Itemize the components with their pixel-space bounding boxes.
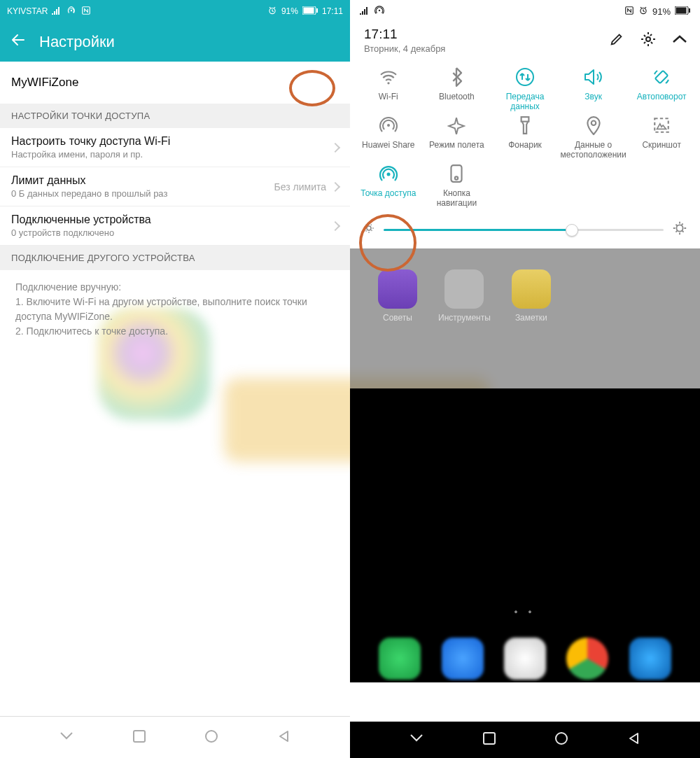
svg-point-0 xyxy=(71,9,72,10)
sound-icon xyxy=(583,66,604,87)
svg-point-16 xyxy=(517,69,533,85)
highlight-circle-hotspot xyxy=(359,214,416,272)
location-icon xyxy=(583,115,604,136)
qs-airplane[interactable]: Режим полета xyxy=(423,115,491,160)
qs-rotate[interactable]: Автоповорот xyxy=(627,66,696,112)
connected-devices-item[interactable]: Подключенные устройства 0 устройств подк… xyxy=(0,206,350,246)
qs-huawei-share[interactable]: Huawei Share xyxy=(354,115,423,160)
section-connect-other: ПОДКЛЮЧЕНИЕ ДРУГОГО УСТРОЙСТВА xyxy=(0,246,350,270)
qs-label: Точка доступа xyxy=(360,188,416,208)
nav-hide-button[interactable] xyxy=(410,734,424,746)
nav-hide-button[interactable] xyxy=(59,731,74,744)
back-button[interactable] xyxy=(10,31,27,52)
qs-hotspot[interactable]: Точка доступа xyxy=(354,163,423,209)
share-icon xyxy=(378,115,399,136)
dock-app-chrome[interactable] xyxy=(566,638,608,680)
svg-point-14 xyxy=(646,37,650,41)
dock-app-camera[interactable] xyxy=(629,638,671,680)
dock-app-apps[interactable] xyxy=(504,638,546,680)
svg-rect-13 xyxy=(689,8,690,13)
qs-label: Фонарик xyxy=(508,140,542,160)
nfc-icon xyxy=(624,6,634,17)
svg-point-8 xyxy=(379,9,380,10)
airplane-icon xyxy=(446,115,467,136)
signal-icon xyxy=(52,6,62,17)
note-line-2: 2. Подключитесь к точке доступа. xyxy=(15,324,335,339)
blur-app-tips[interactable]: Советы xyxy=(378,269,417,367)
configure-hotspot-item[interactable]: Настроить точку доступа Wi-Fi Настройка … xyxy=(0,128,350,167)
settings-button[interactable] xyxy=(640,31,657,50)
rotate-icon xyxy=(651,66,672,87)
chevron-right-icon xyxy=(330,181,340,191)
svg-point-26 xyxy=(676,225,682,232)
qs-label: Звук xyxy=(584,92,602,111)
qs-navkey[interactable]: Кнопка навигации xyxy=(423,163,491,209)
item-title: Настроить точку доступа Wi-Fi xyxy=(11,135,170,148)
qs-label: Huawei Share xyxy=(362,140,414,160)
signal-icon xyxy=(360,6,370,17)
navkey-icon xyxy=(446,163,467,184)
qs-wifi[interactable]: Wi-Fi xyxy=(354,66,423,112)
edit-button[interactable] xyxy=(609,31,624,50)
nav-recent-button[interactable] xyxy=(483,732,496,748)
nfc-icon xyxy=(81,6,91,17)
nav-bar-right xyxy=(350,722,700,758)
svg-rect-6 xyxy=(134,731,145,742)
hotspot-icon xyxy=(378,163,399,184)
settings-screen: KYIVSTAR 91% 17:11 Настройки xyxy=(0,0,350,758)
item-value: Без лимита xyxy=(274,181,326,192)
nav-back-button[interactable] xyxy=(278,730,290,745)
hotspot-name: MyWIFiZone xyxy=(11,76,78,90)
note-line-1: 1. Включите Wi-Fi на другом устройстве, … xyxy=(15,295,335,324)
qs-label: Wi-Fi xyxy=(379,92,398,111)
blur-app-tools[interactable]: Инструменты xyxy=(438,269,491,367)
svg-rect-12 xyxy=(676,7,687,13)
collapse-button[interactable] xyxy=(672,34,687,47)
wifi-icon xyxy=(378,66,399,87)
status-bar-right: 91% xyxy=(350,0,700,22)
svg-rect-17 xyxy=(655,71,668,83)
qs-label: Данные о местоположении xyxy=(559,140,628,160)
svg-point-28 xyxy=(556,733,567,744)
qs-label: Кнопка навигации xyxy=(423,188,491,209)
nav-recent-button[interactable] xyxy=(133,730,146,745)
qs-sound[interactable]: Звук xyxy=(559,66,628,112)
settings-header: Настройки xyxy=(0,22,350,62)
item-sub: 0 Б данных передано в прошлый раз xyxy=(11,188,167,199)
qs-date: Вторник, 4 декабря xyxy=(364,43,445,54)
svg-point-7 xyxy=(206,731,217,742)
blur-app-notes[interactable]: Заметки xyxy=(512,269,551,367)
blur-app-label: Инструменты xyxy=(438,313,491,323)
qs-location[interactable]: Данные о местоположении xyxy=(559,115,628,160)
alarm-icon xyxy=(267,6,277,17)
qs-torch[interactable]: Фонарик xyxy=(491,115,559,160)
data-icon xyxy=(514,66,536,87)
clock-label: 17:11 xyxy=(322,6,343,16)
dock xyxy=(350,638,700,680)
header-title: Настройки xyxy=(39,33,115,51)
section-ap-settings: НАСТРОЙКИ ТОЧКИ ДОСТУПА xyxy=(0,104,350,128)
data-limit-item[interactable]: Лимит данных 0 Б данных передано в прошл… xyxy=(0,167,350,206)
qs-label: Передача данных xyxy=(491,92,559,112)
torch-icon xyxy=(514,115,536,136)
quick-settings-screen: 91% 17:11 Вторник, 4 декабря Wi-Fi Bluet… xyxy=(350,0,700,758)
dock-app-messages[interactable] xyxy=(442,638,484,680)
svg-point-18 xyxy=(387,124,390,127)
nav-bar-left xyxy=(0,716,350,758)
svg-point-24 xyxy=(455,176,458,179)
nav-home-button[interactable] xyxy=(204,729,218,746)
nav-back-button[interactable] xyxy=(628,732,640,748)
qs-header: 17:11 Вторник, 4 декабря xyxy=(350,22,700,54)
carrier-label: KYIVSTAR xyxy=(7,6,48,16)
qs-bluetooth[interactable]: Bluetooth xyxy=(423,66,491,112)
brightness-slider[interactable] xyxy=(384,229,664,231)
svg-rect-27 xyxy=(484,733,495,744)
blurred-folder-panel: Советы Инструменты Заметки xyxy=(350,248,700,388)
nav-home-button[interactable] xyxy=(554,731,568,748)
note-heading: Подключение вручную: xyxy=(15,280,335,295)
dock-app-phone[interactable] xyxy=(379,638,421,680)
qs-screenshot[interactable]: Скриншот xyxy=(627,115,696,160)
alarm-icon xyxy=(638,6,648,17)
qs-data[interactable]: Передача данных xyxy=(491,66,559,112)
item-sub: 0 устройств подключено xyxy=(11,227,151,238)
